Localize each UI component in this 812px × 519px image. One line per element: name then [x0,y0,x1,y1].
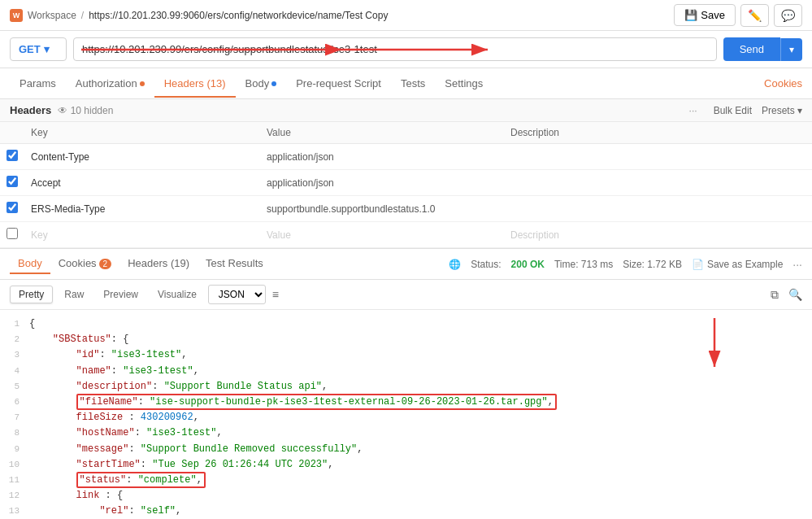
url-bar: GET ▾ Send ▾ [0,31,812,68]
col-description: Description [504,122,812,144]
size-label: Size: 1.72 KB [623,259,682,270]
col-value: Value [260,122,504,144]
row1-value: application/json [260,144,504,170]
line-3: 3 "id": "ise3-1test", [0,347,812,363]
resp-tab-cookies[interactable]: Cookies2 [50,254,120,274]
breadcrumb-url: https://10.201.230.99:9060/ers/config/ne… [89,10,388,21]
new-row-key[interactable]: Key [24,222,260,248]
table-row: Content-Type application/json [0,144,812,170]
tab-authorization[interactable]: Authorization [66,71,154,98]
response-more-button[interactable]: ··· [792,258,802,271]
body-dot [271,81,276,86]
new-row-checkbox[interactable] [7,228,18,239]
line-8: 8 "hostName": "ise3-1test", [0,425,812,441]
status-code: 200 OK [511,259,545,270]
breadcrumb-separator: / [81,10,84,21]
headers-table-head: Key Value Description [0,122,812,144]
new-row-description[interactable]: Description [504,222,812,248]
breadcrumb: W Workspace / https://10.201.230.99:9060… [10,9,388,22]
new-key-row: Key Value Description [0,222,812,248]
edit-icon-button[interactable]: ✏️ [740,4,769,27]
row2-checkbox[interactable] [7,176,18,187]
headers-section-header: Headers 👁 10 hidden ··· Bulk Edit Preset… [0,99,812,122]
auth-dot [140,81,145,86]
format-raw-button[interactable]: Raw [56,286,92,303]
save-label: Save [701,9,725,21]
tab-tests[interactable]: Tests [391,71,435,98]
line-7: 7 fileSize : 430200962, [0,410,812,425]
search-icon[interactable]: 🔍 [788,288,802,301]
new-row-value[interactable]: Value [260,222,504,248]
status-label: Status: [471,259,501,270]
table-row: ERS-Media-Type supportbundle.supportbund… [0,196,812,222]
format-visualize-button[interactable]: Visualize [150,286,205,303]
presets-button[interactable]: Presets ▾ [762,105,802,116]
tab-params[interactable]: Params [10,71,66,98]
line-13: 13 "rel": "self", [0,504,812,519]
format-pretty-button[interactable]: Pretty [10,286,53,303]
row3-value: supportbundle.supportbundlestatus.1.0 [260,196,504,222]
line-10: 10 "startTime": "Tue Sep 26 01:26:44 UTC… [0,457,812,473]
tab-body[interactable]: Body [236,71,287,98]
filter-icon[interactable]: ≡ [272,288,279,301]
send-button-group: Send ▾ [723,37,802,61]
row2-key: Accept [24,170,260,196]
bulk-edit-button[interactable]: Bulk Edit [714,105,752,116]
row3-key: ERS-Media-Type [24,196,260,222]
col-checkbox [0,122,24,144]
cookies-link[interactable]: Cookies [764,77,802,89]
copy-icon[interactable]: ⧉ [771,288,779,302]
row3-checkbox[interactable] [7,202,18,213]
save-example-button[interactable]: 📄 Save as Example [692,259,783,270]
hidden-count: 👁 10 hidden [58,105,113,116]
resp-tab-headers[interactable]: Headers (19) [119,254,198,274]
bulk-edit-area: ··· Bulk Edit Presets ▾ [689,105,802,116]
tab-prerequest[interactable]: Pre-request Script [286,71,391,98]
resp-tab-test-results[interactable]: Test Results [198,254,271,274]
status-area: 🌐 Status: 200 OK Time: 713 ms Size: 1.72… [449,258,802,271]
row1-key: Content-Type [24,144,260,170]
line-1: 1 { [0,316,812,332]
method-label: GET [19,43,41,55]
send-dropdown-button[interactable]: ▾ [780,38,802,61]
share-icon-button[interactable]: 💬 [774,4,802,27]
line-4: 4 "name": "ise3-1test", [0,364,812,379]
method-dropdown-icon: ▾ [44,43,50,55]
json-content: 1 { 2 "SBStatus": { 3 "id": "ise3-1test"… [0,310,812,519]
line-2: 2 "SBStatus": { [0,332,812,347]
line-11: 11 "status": "complete", [0,473,812,488]
globe-icon: 🌐 [449,259,461,270]
col-key: Key [24,122,260,144]
tab-headers[interactable]: Headers (13) [154,71,236,98]
save-icon: 💾 [684,9,697,21]
workspace-label: Workspace [28,10,76,21]
row2-description [504,170,812,196]
send-button[interactable]: Send [723,37,780,61]
url-input[interactable] [73,37,717,61]
table-row: Accept application/json [0,170,812,196]
resp-tab-body[interactable]: Body [10,254,50,274]
row3-description [504,196,812,222]
response-body: 1 { 2 "SBStatus": { 3 "id": "ise3-1test"… [0,310,812,519]
headers-table: Key Value Description Content-Type appli… [0,122,812,248]
json-format-select[interactable]: JSON XML Text [208,285,266,304]
top-bar: W Workspace / https://10.201.230.99:9060… [0,0,812,31]
request-tabs: Params Authorization Headers (13) Body P… [0,68,812,99]
cookies-badge: 2 [99,259,112,269]
time-label: Time: 713 ms [554,259,613,270]
save-button[interactable]: 💾 Save [674,4,736,26]
save-icon: 📄 [692,259,704,270]
tab-settings[interactable]: Settings [435,71,493,98]
row1-checkbox[interactable] [7,150,18,161]
headers-section-title: Headers [10,104,51,116]
line-12: 12 link : { [0,488,812,504]
line-5: 5 "description": "Support Bundle Status … [0,379,812,395]
save-example-label: Save as Example [707,259,783,270]
format-preview-button[interactable]: Preview [95,286,146,303]
top-bar-actions: 💾 Save ✏️ 💬 [674,4,802,27]
response-toolbar: Pretty Raw Preview Visualize JSON XML Te… [0,280,812,310]
row2-value: application/json [260,170,504,196]
method-select[interactable]: GET ▾ [10,37,67,61]
more-options-icon[interactable]: ··· [689,105,697,116]
line-6: 6 "fileName": "ise-support-bundle-pk-ise… [0,395,812,410]
